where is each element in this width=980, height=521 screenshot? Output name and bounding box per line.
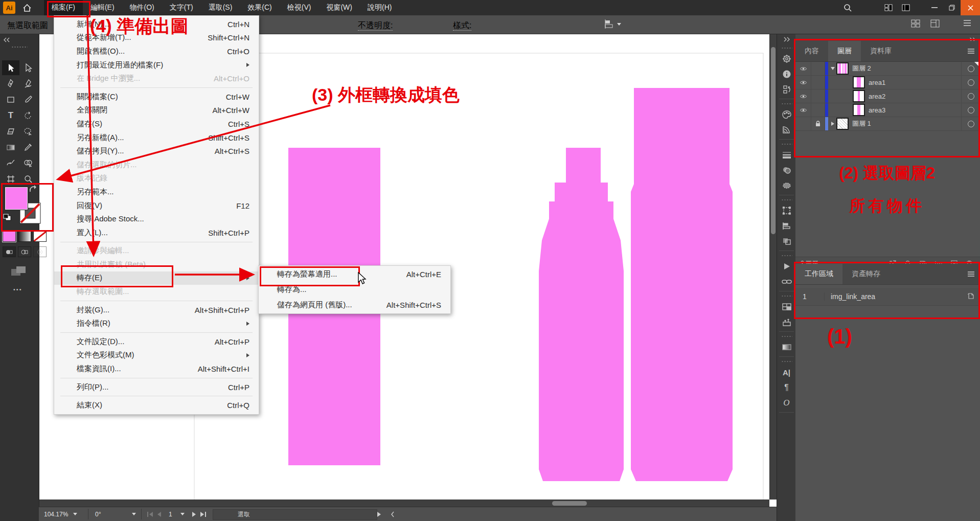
menu-item-file-info[interactable]: 檔案資訊(I)...Alt+Shift+Ctrl+I xyxy=(54,362,259,376)
pen-tool[interactable] xyxy=(2,76,19,91)
artboard-page-icon[interactable] xyxy=(967,292,980,301)
layer-name[interactable]: 圖層 2 xyxy=(852,64,871,73)
flatten-preview-icon[interactable] xyxy=(777,178,796,193)
selection-tool[interactable] xyxy=(2,60,19,75)
lasso-tool[interactable] xyxy=(19,124,37,139)
next-artboard-button[interactable] xyxy=(192,512,196,517)
horizontal-scrollbar-thumb[interactable] xyxy=(552,501,587,506)
menu-item-close-file[interactable]: 關閉檔案(C)Ctrl+W xyxy=(54,90,259,104)
menu-item-open-recent[interactable]: 打開最近使用過的檔案(F) xyxy=(54,58,259,72)
gradient-panel-icon[interactable] xyxy=(777,339,796,355)
transform-panel-icon[interactable] xyxy=(777,203,796,218)
artboard-tool[interactable] xyxy=(2,171,19,186)
object-thumbnail[interactable] xyxy=(854,77,864,87)
character-panel-icon[interactable]: A| xyxy=(777,365,796,380)
asset-export-panel-icon[interactable] xyxy=(777,314,796,330)
style-label[interactable]: 樣式: xyxy=(453,21,471,31)
object-thumbnail[interactable] xyxy=(854,91,864,101)
rectangle-tool[interactable] xyxy=(2,92,19,107)
target-circle[interactable] xyxy=(961,103,980,117)
target-circle[interactable] xyxy=(961,89,980,103)
menu-item-document-setup[interactable]: 文件設定(D)...Alt+Ctrl+P xyxy=(54,335,259,349)
gradient-button[interactable] xyxy=(18,231,31,242)
swap-fill-stroke-icon[interactable] xyxy=(29,185,37,194)
visibility-toggle[interactable] xyxy=(795,76,811,89)
target-circle[interactable] xyxy=(961,117,980,130)
eraser-tool[interactable] xyxy=(2,124,19,139)
opentype-panel-icon[interactable]: O xyxy=(777,395,796,411)
artboard-number-select[interactable]: 1 xyxy=(166,511,188,518)
layer-row-area3[interactable]: area3 xyxy=(795,103,980,117)
object-name[interactable]: area1 xyxy=(869,79,885,86)
artboard-row[interactable]: 1 img_link_area xyxy=(795,288,980,306)
lock-toggle[interactable] xyxy=(811,103,825,117)
close-button[interactable] xyxy=(961,0,980,15)
draw-behind-mode[interactable] xyxy=(18,246,31,257)
transparency-panel-icon[interactable] xyxy=(777,163,796,178)
layer-thumbnail[interactable] xyxy=(837,63,848,74)
menu-item-search-adobe-stock[interactable]: 搜尋 Adobe Stock... xyxy=(54,212,259,226)
layer-row-layer2[interactable]: 圖層 2 xyxy=(795,62,980,76)
menu-item-open[interactable]: 開啟舊檔(O)...Ctrl+O xyxy=(54,44,259,58)
lock-toggle[interactable] xyxy=(811,62,825,75)
collapse-tools-icon[interactable] xyxy=(3,35,10,44)
menu-item-close-all[interactable]: 全部關閉Alt+Ctrl+W xyxy=(54,104,259,118)
strip-grip[interactable] xyxy=(781,47,792,49)
menu-file[interactable]: 檔案(F) xyxy=(44,0,83,15)
search-icon[interactable] xyxy=(839,0,856,15)
menu-window[interactable]: 視窗(W) xyxy=(318,0,360,15)
menu-edit[interactable]: 編輯(E) xyxy=(83,0,122,15)
shape-builder-tool[interactable] xyxy=(19,155,37,170)
app-logo[interactable]: Ai xyxy=(3,2,15,14)
vertical-scrollbar[interactable] xyxy=(769,34,777,500)
navigator-wheel-icon[interactable] xyxy=(777,51,796,66)
expand-layer-icon[interactable] xyxy=(828,67,837,70)
layers-panel-menu-icon[interactable] xyxy=(967,41,980,61)
menu-item-new[interactable]: 新增(N)...Ctrl+N xyxy=(54,17,259,31)
curvature-tool[interactable] xyxy=(19,76,37,91)
draw-inside-mode[interactable] xyxy=(33,246,47,257)
color-panel-icon[interactable] xyxy=(777,107,796,122)
info-icon[interactable] xyxy=(777,66,796,82)
menu-item-new-from-template[interactable]: 從範本新增(T)...Shift+Ctrl+N xyxy=(54,31,259,45)
variables-icon[interactable] xyxy=(777,82,796,97)
draw-normal-mode[interactable] xyxy=(3,246,16,257)
width-tool[interactable] xyxy=(2,155,19,170)
zoom-tool[interactable] xyxy=(19,171,37,186)
expand-layer-icon[interactable] xyxy=(828,122,837,126)
artboards-panel-icon[interactable] xyxy=(777,299,796,314)
rotation-select[interactable]: 0° xyxy=(95,509,136,519)
lock-toggle[interactable] xyxy=(811,76,825,89)
submenu-item-save-for-web[interactable]: 儲存為網頁用 (舊版)...Alt+Shift+Ctrl+S xyxy=(259,297,450,312)
layer-thumbnail[interactable] xyxy=(837,119,848,129)
more-tools-icon[interactable]: ••• xyxy=(13,286,22,292)
artboard-name[interactable]: img_link_area xyxy=(825,292,875,301)
layer-row-area1[interactable]: area1 xyxy=(795,76,980,89)
visibility-toggle[interactable] xyxy=(795,103,811,117)
status-collapse-icon[interactable] xyxy=(391,509,395,519)
menu-view[interactable]: 檢視(V) xyxy=(280,0,319,15)
links-panel-icon[interactable] xyxy=(777,274,796,289)
expand-panels-icon[interactable] xyxy=(777,34,796,45)
object-name[interactable]: area2 xyxy=(869,93,885,100)
type-tool[interactable]: T xyxy=(2,108,19,123)
paintbrush-tool[interactable] xyxy=(19,92,37,107)
lock-toggle[interactable] xyxy=(811,117,825,130)
actions-panel-icon[interactable] xyxy=(777,259,796,274)
fill-color-proxy[interactable] xyxy=(5,187,28,210)
layer-name[interactable]: 圖層 1 xyxy=(852,119,871,128)
area3-shape[interactable] xyxy=(631,88,733,481)
menu-item-package[interactable]: 封裝(G)...Alt+Shift+Ctrl+P xyxy=(54,303,259,317)
visibility-toggle[interactable] xyxy=(795,117,811,130)
menu-item-scripts[interactable]: 指令檔(R) xyxy=(54,316,259,330)
menu-item-save-as-template[interactable]: 另存範本... xyxy=(54,185,259,199)
visibility-toggle[interactable] xyxy=(795,62,811,75)
pathfinder-panel-icon[interactable] xyxy=(777,234,796,249)
opacity-label[interactable]: 不透明度: xyxy=(358,21,393,31)
menu-type[interactable]: 文字(T) xyxy=(162,0,201,15)
eyedropper-tool[interactable] xyxy=(19,140,37,154)
paragraph-panel-icon[interactable]: ¶ xyxy=(777,380,796,395)
layer-row-layer1[interactable]: 圖層 1 xyxy=(795,117,980,131)
color-guide-icon[interactable] xyxy=(777,122,796,138)
none-button[interactable] xyxy=(33,231,47,242)
